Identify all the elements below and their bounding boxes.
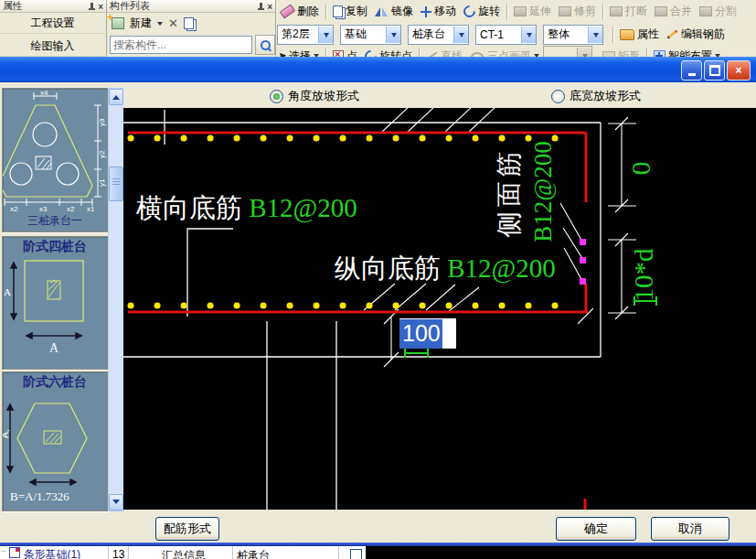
template-four-pile-cap[interactable]: 阶式四桩台 A A [2, 236, 108, 370]
svg-text:A: A [4, 286, 11, 297]
status-bar: ┄ 条形基础(1) 13 汇总信息 桩承台 [0, 543, 756, 559]
chevron-down-icon[interactable] [386, 27, 400, 43]
grid-cell-element-type[interactable]: 桩承台 [232, 546, 345, 559]
svg-text:y1: y1 [98, 178, 106, 187]
trim-icon [559, 6, 571, 16]
search-input[interactable] [110, 36, 252, 54]
close-panel-icon[interactable]: × [267, 3, 272, 11]
six-pile-cap-diagram: A, B=A/1.7326 [3, 391, 107, 511]
view-mode-combo[interactable]: 整体 [543, 25, 603, 45]
ok-button[interactable]: 确定 [556, 517, 636, 541]
combo-value: 整体 [544, 27, 588, 42]
cad-canvas[interactable]: 横向底筋 B12@200 纵向底筋 B12@200 侧面筋 B12@200 0 … [123, 108, 756, 510]
bottom-width-slope-label[interactable]: 底宽放坡形式 [570, 88, 641, 104]
grid-cell-summary[interactable]: 汇总信息 [128, 546, 239, 559]
button-label: 分割 [715, 4, 737, 19]
selected-edit-value: 100 [399, 319, 442, 349]
chevron-down-icon[interactable] [588, 27, 602, 43]
scroll-up-button[interactable] [109, 89, 123, 105]
rotate-button[interactable]: 旋转 [460, 2, 504, 21]
scrollbar-thumb[interactable] [109, 167, 123, 201]
button-label: 属性 [637, 27, 659, 42]
minimize-button[interactable] [681, 60, 702, 81]
bottom-width-slope-radio[interactable] [551, 90, 565, 103]
delete-component-icon[interactable]: ✕ [168, 16, 178, 30]
split-button: 分割 [696, 2, 740, 21]
longitudinal-rebar-annotation: 纵向底筋 B12@200 [335, 251, 556, 287]
nav-item-drawing-input[interactable]: 绘图输入 [0, 36, 105, 57]
four-pile-cap-diagram: A A [3, 255, 107, 367]
floor-combo[interactable]: 第2层 [277, 25, 334, 45]
combo-value: 桩承台 [409, 27, 453, 42]
component-search-row [110, 35, 275, 55]
maximize-button[interactable] [704, 60, 725, 81]
scroll-down-button[interactable] [109, 494, 123, 511]
category-combo[interactable]: 基础 [340, 25, 401, 45]
new-component-button[interactable]: 新建 [130, 16, 152, 31]
nav-item-label: 绘图输入 [31, 38, 75, 54]
template-caption: 阶式六桩台 [3, 372, 107, 391]
longitudinal-rebar-label: 纵向底筋 [335, 253, 441, 283]
mirror-button[interactable]: 镜像 [371, 2, 417, 21]
dimension-edit-field[interactable]: 100 [399, 318, 456, 349]
application-window: 属性 × 工程设置 绘图输入 构件列表 × 新建 [0, 0, 756, 559]
arrow-down-icon [112, 500, 120, 508]
close-button[interactable]: × [727, 60, 751, 81]
chevron-down-icon[interactable] [453, 27, 468, 43]
svg-text:A,: A, [3, 430, 10, 438]
search-button[interactable] [255, 35, 275, 55]
button-label: 旋转 [478, 4, 500, 19]
checkbox[interactable] [350, 549, 362, 559]
element-name-combo[interactable]: CT-1 [475, 25, 537, 45]
svg-text:A: A [49, 341, 59, 355]
minimize-icon [688, 73, 696, 76]
tree-item-strip-footing[interactable]: ┄ 条形基础(1) [0, 546, 107, 559]
button-label: 修剪 [574, 4, 596, 19]
properties-button[interactable]: 属性 [616, 25, 663, 44]
button-label: 镜像 [391, 4, 413, 19]
dialog-body: x4 y3 y2 y1 x2 x3 x2 x1 三桩承台一 阶式四桩台 A A [0, 82, 756, 543]
close-icon: × [735, 64, 741, 77]
cad-drawing [123, 108, 756, 510]
break-button: 打断 [606, 2, 651, 21]
template-three-pile-cap[interactable]: x4 y3 y2 y1 x2 x3 x2 x1 三桩承台一 [2, 88, 108, 232]
button-label: 延伸 [529, 4, 551, 19]
cell-text: 汇总信息 [162, 548, 206, 559]
template-six-pile-cap[interactable]: 阶式六桩台 A, B=A/1.7326 [2, 371, 108, 511]
copy-component-icon[interactable] [184, 17, 194, 29]
chevron-down-icon[interactable] [157, 22, 163, 28]
break-icon [610, 6, 623, 16]
cell-text: 桩承台 [237, 548, 270, 559]
cancel-button[interactable]: 取消 [651, 517, 729, 541]
pin-icon[interactable] [88, 3, 96, 11]
pin-icon[interactable] [257, 3, 265, 11]
edit-rebar-button[interactable]: 编辑钢筋 [663, 25, 729, 44]
close-panel-icon[interactable]: × [98, 3, 103, 11]
properties-icon [620, 29, 634, 40]
dialog-titlebar[interactable]: × [0, 57, 756, 82]
chevron-down-icon[interactable] [521, 27, 536, 43]
delete-button[interactable]: 删除 [277, 2, 323, 21]
merge-icon [655, 6, 667, 16]
copy-button[interactable]: 复制 [329, 2, 371, 21]
angle-slope-radio[interactable] [270, 90, 283, 103]
move-button[interactable]: 移动 [417, 2, 460, 21]
svg-text:x2: x2 [67, 205, 75, 213]
element-type-combo[interactable]: 桩承台 [408, 25, 469, 45]
extend-button: 延伸 [510, 2, 555, 21]
transverse-rebar-label: 横向底筋 [136, 193, 242, 222]
transverse-rebar-value: B12@200 [249, 193, 357, 222]
split-icon [699, 6, 712, 16]
chevron-down-icon[interactable] [318, 27, 333, 43]
angle-slope-label[interactable]: 角度放坡形式 [288, 88, 359, 104]
rebar-form-button[interactable]: 配筋形式 [155, 517, 219, 541]
button-label: 复制 [346, 4, 367, 19]
template-scrollbar[interactable] [108, 88, 124, 511]
button-label: 移动 [434, 4, 456, 19]
svg-text:x1: x1 [87, 205, 95, 213]
component-mini-toolbar: 新建 ✕ [109, 14, 194, 33]
top-toolbar-area: 属性 × 工程设置 绘图输入 构件列表 × 新建 [0, 0, 756, 57]
svg-text:B=A/1.7326: B=A/1.7326 [10, 489, 69, 503]
move-icon [421, 6, 431, 17]
nav-item-project-settings[interactable]: 工程设置 [0, 13, 105, 34]
